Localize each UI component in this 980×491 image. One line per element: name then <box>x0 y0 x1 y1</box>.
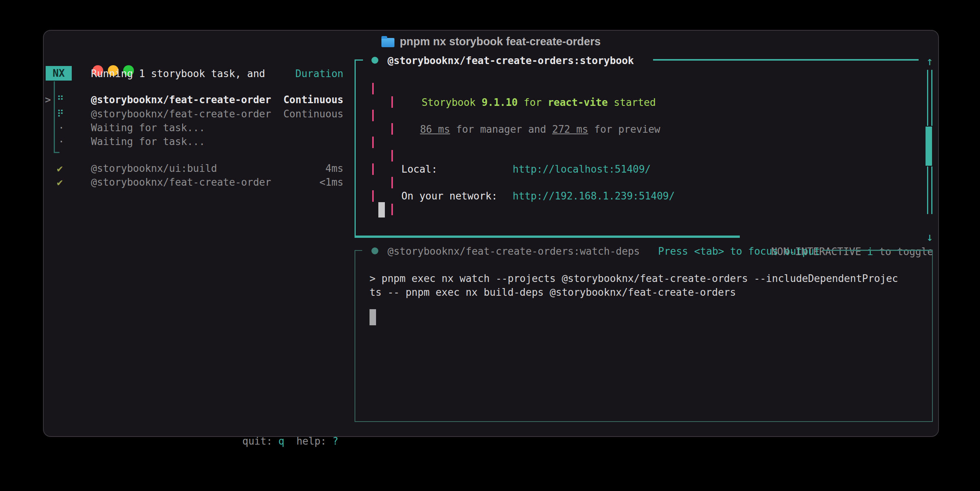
window-title: pnpm nx storybook feat-create-orders <box>400 35 601 48</box>
storybook-panel-corner <box>355 59 363 61</box>
terminal-cursor <box>370 309 376 325</box>
output-indent-bar <box>391 150 393 161</box>
check-icon: ✔ <box>57 161 63 175</box>
scrollbar-thumb[interactable] <box>926 127 932 166</box>
timing-text: for manager and <box>450 124 552 135</box>
started-text: started <box>608 97 656 108</box>
pending-bullet-icon: · <box>58 121 64 135</box>
duration-column-header: Duration <box>295 67 343 81</box>
quit-key[interactable]: q <box>278 435 284 447</box>
started-text: Storybook <box>422 97 482 108</box>
timing-text: for preview <box>588 124 660 135</box>
task-list-header: Running 1 storybook task, and Duration <box>91 67 343 81</box>
manager-time: 86 ms <box>420 124 450 135</box>
scrollbar-track-bottom[interactable] <box>927 166 932 214</box>
focus-hint: Press <tab> to focus output <box>658 244 820 258</box>
output-indent-bar <box>372 190 374 202</box>
watch-panel-left-border <box>355 250 355 422</box>
task-row[interactable]: Waiting for task... <box>91 135 343 148</box>
watch-panel-corner <box>355 250 362 251</box>
watch-panel-bottom-border <box>355 421 933 422</box>
nx-logo-badge: NX <box>46 66 72 81</box>
scroll-up-icon[interactable]: ↑ <box>926 54 933 68</box>
storybook-panel-title: @storybooknx/feat-create-orders:storyboo… <box>388 54 634 68</box>
task-name: @storybooknx/feat-create-order <box>91 175 271 189</box>
output-indent-bar <box>391 123 393 135</box>
folder-icon <box>381 38 394 47</box>
running-status-dot <box>371 57 378 64</box>
output-indent-bar <box>372 163 374 175</box>
started-text: for <box>518 97 548 108</box>
output-indent-bar <box>391 96 393 108</box>
help-key[interactable]: ? <box>332 435 338 447</box>
watch-command-line: ts -- pnpm exec nx build-deps @storybook… <box>370 285 736 299</box>
preview-time: 272 ms <box>552 124 588 135</box>
task-name: Waiting for task... <box>91 121 205 135</box>
terminal-window: pnpm nx storybook feat-create-orders NX … <box>43 30 939 437</box>
task-status: Continuous <box>283 93 343 107</box>
storybook-panel-left-border <box>355 59 356 237</box>
output-indent-bar <box>391 204 393 215</box>
watch-panel-right-border <box>932 250 933 422</box>
spinner-icon: ⠛ <box>57 93 64 107</box>
output-indent-bar <box>391 177 393 188</box>
task-summary: Running 1 storybook task, and <box>91 67 265 81</box>
output-indent-bar <box>372 110 374 121</box>
task-row[interactable]: @storybooknx/ui:build 4ms <box>91 161 343 175</box>
task-row[interactable]: @storybooknx/feat-create-order Continuou… <box>91 107 343 121</box>
quit-label: quit: <box>243 435 279 447</box>
selected-task-arrow: > <box>45 93 51 107</box>
task-name: Waiting for task... <box>91 135 205 148</box>
toggle-key[interactable]: i <box>867 246 873 257</box>
task-status: Continuous <box>283 107 343 121</box>
task-row[interactable]: @storybooknx/feat-create-order Continuou… <box>91 93 343 107</box>
local-url-link[interactable]: http://localhost:51409/ <box>513 162 651 176</box>
task-duration: <1ms <box>319 175 343 189</box>
task-row[interactable]: @storybooknx/feat-create-order <1ms <box>91 175 343 189</box>
watch-command-line: > pnpm exec nx watch --projects @storybo… <box>370 272 898 285</box>
idle-status-dot <box>371 247 378 254</box>
footer-separator <box>284 435 296 447</box>
task-row[interactable]: Waiting for task... <box>91 121 343 135</box>
pending-bullet-icon: · <box>58 135 64 148</box>
task-duration: 4ms <box>325 161 343 175</box>
storybook-panel-top-border <box>653 59 919 61</box>
watch-panel-title: @storybooknx/feat-create-orders:watch-de… <box>388 244 640 258</box>
toggle-suffix: to toggle <box>873 246 934 257</box>
task-tree-line <box>54 81 55 153</box>
output-indent-bar <box>372 137 374 148</box>
network-label: On your network: <box>401 189 497 203</box>
spinner-icon: ⠟ <box>57 107 64 121</box>
task-name: @storybooknx/feat-create-order <box>91 107 271 121</box>
storybook-version: 9.1.10 <box>482 97 518 108</box>
title-bar: pnpm nx storybook feat-create-orders <box>44 31 938 52</box>
terminal-cursor <box>378 202 385 217</box>
builder-name: react-vite <box>548 97 608 108</box>
storybook-panel-bottom-border <box>355 236 740 238</box>
task-name: @storybooknx/ui:build <box>91 161 217 175</box>
output-indent-bar <box>372 83 374 94</box>
keybinding-footer: quit: q help: ? <box>91 420 338 462</box>
scrollbar-track-top[interactable] <box>927 70 932 126</box>
local-label: Local: <box>401 162 437 176</box>
check-icon: ✔ <box>57 175 63 189</box>
build-timing-line: 86 ms for manager and 272 ms for preview <box>396 109 660 150</box>
network-url-link[interactable]: http://192.168.1.239:51409/ <box>513 189 675 203</box>
watch-panel-top-border <box>822 250 933 251</box>
task-tree-line-foot <box>54 152 59 153</box>
task-name: @storybooknx/feat-create-order <box>91 93 271 107</box>
help-label: help: <box>296 435 332 447</box>
